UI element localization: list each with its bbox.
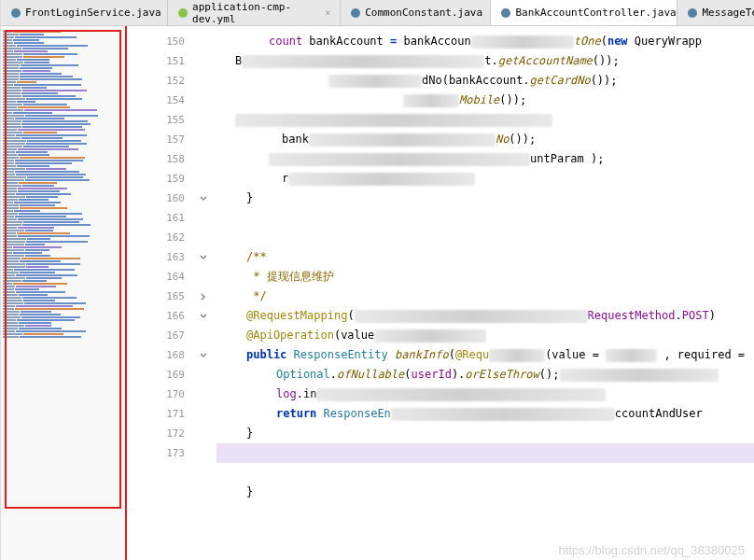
fold-marker[interactable] bbox=[192, 424, 215, 443]
java-icon bbox=[687, 7, 698, 19]
java-icon bbox=[10, 7, 21, 19]
line-number: 168 bbox=[127, 345, 185, 365]
code-line[interactable]: */ bbox=[216, 287, 754, 306]
line-number: 162 bbox=[127, 228, 185, 247]
line-number: 161 bbox=[127, 208, 185, 228]
fold-marker[interactable] bbox=[192, 130, 215, 149]
fold-marker[interactable] bbox=[192, 149, 215, 169]
line-number: 167 bbox=[127, 326, 185, 345]
fold-marker[interactable] bbox=[192, 91, 215, 110]
code-line[interactable]: } bbox=[216, 189, 754, 208]
svg-point-3 bbox=[501, 8, 510, 18]
fold-marker[interactable] bbox=[192, 483, 215, 502]
fold-marker[interactable] bbox=[192, 267, 215, 287]
tab-label: MessageTemplat... bbox=[702, 7, 754, 19]
line-number: 150 bbox=[127, 32, 185, 51]
fold-marker[interactable] bbox=[192, 463, 215, 483]
line-number: 171 bbox=[127, 404, 185, 424]
line-number: 154 bbox=[127, 91, 185, 110]
fold-marker[interactable] bbox=[192, 345, 215, 365]
code-line[interactable] bbox=[216, 110, 754, 130]
code-line[interactable]: } bbox=[216, 424, 754, 443]
tab-label: BankAccountController.java bbox=[515, 7, 676, 19]
editor-area: FrontLoginService.java×application-cmp-d… bbox=[1, 0, 754, 560]
svg-point-4 bbox=[688, 8, 697, 18]
code-line[interactable] bbox=[216, 463, 754, 483]
line-number: 157 bbox=[127, 130, 185, 149]
code-line[interactable]: Bt.getAccountName()); bbox=[216, 51, 754, 71]
fold-marker[interactable] bbox=[192, 404, 215, 424]
code-line[interactable]: dNo(bankAccount.getCardNo()); bbox=[216, 71, 754, 91]
fold-marker[interactable] bbox=[192, 287, 215, 306]
code-line[interactable]: count bankAccount = bankAccountOne(new Q… bbox=[216, 32, 754, 51]
fold-marker[interactable] bbox=[192, 247, 215, 267]
code-line[interactable]: Mobile()); bbox=[216, 91, 754, 110]
code-line[interactable]: bankNo()); bbox=[216, 130, 754, 149]
editor-tabs: FrontLoginService.java×application-cmp-d… bbox=[1, 0, 754, 26]
code-line[interactable]: log.in bbox=[216, 385, 754, 404]
line-number: 172 bbox=[127, 424, 185, 443]
line-number: 170 bbox=[127, 385, 185, 404]
fold-marker[interactable] bbox=[192, 51, 215, 71]
code-line[interactable]: @ApiOperation(value bbox=[216, 326, 754, 345]
code-line[interactable] bbox=[216, 228, 754, 247]
tab-label: FrontLoginService.java bbox=[25, 7, 161, 19]
line-number: 158 bbox=[127, 149, 185, 169]
fold-marker[interactable] bbox=[192, 385, 215, 404]
fold-gutter[interactable] bbox=[192, 26, 215, 560]
line-number: 169 bbox=[127, 365, 185, 385]
code-line[interactable]: return ResponseEnccountAndUser bbox=[216, 404, 754, 424]
code-line[interactable]: untParam ); bbox=[216, 149, 754, 169]
line-number: 152 bbox=[127, 71, 185, 91]
svg-point-2 bbox=[351, 8, 360, 18]
line-number: 164 bbox=[127, 267, 185, 287]
code-line[interactable]: public ResponseEntity bankInfo(@Requ(val… bbox=[216, 345, 754, 365]
line-number: 163 bbox=[127, 247, 185, 267]
line-number-gutter: 1501511521541551571581591601611621631641… bbox=[127, 26, 192, 560]
code-line[interactable]: r bbox=[216, 169, 754, 189]
fold-marker[interactable] bbox=[192, 32, 215, 51]
fold-marker[interactable] bbox=[192, 189, 215, 208]
java-icon bbox=[500, 7, 511, 19]
tab-label: application-cmp-dev.yml bbox=[192, 1, 317, 25]
fold-marker[interactable] bbox=[192, 443, 215, 463]
line-number: 160 bbox=[127, 189, 185, 208]
code-line[interactable]: @RequestMapping(RequestMethod.POST) bbox=[216, 306, 754, 326]
code-editor[interactable]: count bankAccount = bankAccountOne(new Q… bbox=[215, 26, 754, 560]
line-number: 159 bbox=[127, 169, 185, 189]
code-line[interactable] bbox=[216, 443, 754, 463]
code-line[interactable]: /** bbox=[216, 247, 754, 267]
code-line[interactable]: Optional.ofNullable(userId).orElseThrow(… bbox=[216, 365, 754, 385]
fold-marker[interactable] bbox=[192, 208, 215, 228]
svg-point-0 bbox=[11, 8, 21, 18]
java-icon bbox=[350, 7, 361, 19]
editor-tab[interactable]: MessageTemplat...× bbox=[677, 0, 754, 25]
fold-marker[interactable] bbox=[192, 306, 215, 326]
editor-tab[interactable]: CommonConstant.java× bbox=[341, 0, 491, 25]
code-line[interactable]: } bbox=[216, 483, 754, 502]
editor-tab[interactable]: FrontLoginService.java× bbox=[1, 0, 168, 25]
line-number: 155 bbox=[127, 110, 185, 130]
line-number: 173 bbox=[127, 443, 185, 463]
code-line[interactable]: * 提现信息维护 bbox=[216, 267, 754, 287]
line-number: 166 bbox=[127, 306, 185, 326]
fold-marker[interactable] bbox=[192, 228, 215, 247]
fold-marker[interactable] bbox=[192, 169, 215, 189]
fold-marker[interactable] bbox=[192, 71, 215, 91]
fold-marker[interactable] bbox=[192, 326, 215, 345]
yml-icon bbox=[177, 7, 188, 19]
editor-tab[interactable]: application-cmp-dev.yml× bbox=[168, 0, 341, 25]
line-number: 151 bbox=[127, 51, 185, 71]
editor-tab[interactable]: BankAccountController.java× bbox=[491, 0, 677, 25]
code-line[interactable] bbox=[216, 208, 754, 228]
fold-marker[interactable] bbox=[192, 365, 215, 385]
svg-point-1 bbox=[178, 8, 188, 18]
fold-marker[interactable] bbox=[192, 110, 215, 130]
line-number: 165 bbox=[127, 287, 185, 306]
close-icon[interactable]: × bbox=[325, 7, 330, 18]
code-minimap[interactable] bbox=[1, 26, 127, 560]
tab-label: CommonConstant.java bbox=[365, 7, 482, 19]
